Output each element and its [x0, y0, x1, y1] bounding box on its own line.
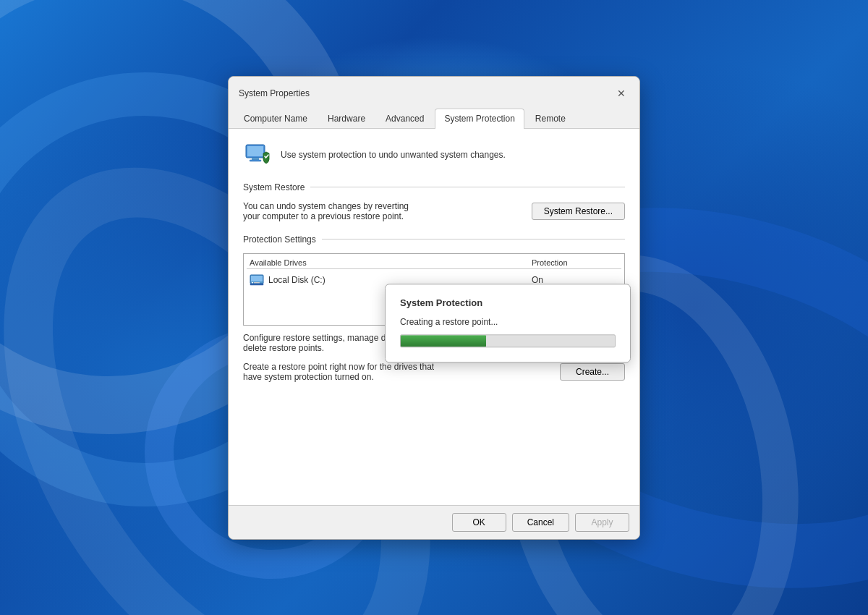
divider-line: [310, 187, 625, 187]
divider-line-2: [322, 239, 625, 239]
dialog-titlebar: System Properties ✕: [229, 77, 639, 109]
progress-dialog: System Protection Creating a restore poi…: [385, 284, 631, 362]
restore-description: You can undo system changes by reverting…: [243, 201, 523, 221]
dialog-title: System Properties: [239, 88, 310, 98]
tab-advanced[interactable]: Advanced: [376, 109, 433, 128]
svg-rect-1: [247, 146, 263, 156]
drive-icon: [250, 274, 264, 286]
restore-row: You can undo system changes by reverting…: [243, 201, 625, 221]
progress-bar-fill: [401, 335, 486, 347]
header-description: Use system protection to undo unwanted s…: [281, 150, 506, 160]
dialog-footer: OK Cancel Apply: [229, 505, 639, 539]
tab-remote[interactable]: Remote: [526, 109, 575, 128]
protection-settings-label: Protection Settings: [243, 234, 316, 245]
progress-bar-container: [400, 334, 616, 347]
system-protection-icon: [243, 140, 272, 169]
system-restore-button[interactable]: System Restore...: [532, 203, 625, 220]
cancel-button[interactable]: Cancel: [512, 513, 569, 532]
create-button[interactable]: Create...: [560, 363, 625, 381]
svg-rect-2: [252, 158, 259, 160]
column-headers: Available Drives Protection: [247, 257, 621, 269]
tab-computer-name[interactable]: Computer Name: [234, 109, 317, 128]
svg-rect-8: [250, 284, 263, 285]
svg-rect-5: [251, 276, 263, 281]
tab-bar: Computer Name Hardware Advanced System P…: [229, 109, 639, 129]
header-section: Use system protection to undo unwanted s…: [243, 140, 625, 169]
col-header-available: Available Drives: [250, 258, 532, 267]
apply-button[interactable]: Apply: [575, 513, 629, 532]
svg-rect-6: [252, 282, 253, 284]
system-restore-label: System Restore: [243, 182, 305, 192]
create-description: Create a restore point right now for the…: [243, 362, 551, 382]
svg-rect-7: [254, 282, 260, 284]
progress-dialog-title: System Protection: [400, 297, 616, 308]
dialog-overlay: System Properties ✕ Computer Name Hardwa…: [0, 0, 868, 615]
protection-settings-divider: Protection Settings: [243, 234, 625, 245]
close-button[interactable]: ✕: [612, 84, 631, 103]
system-properties-dialog: System Properties ✕ Computer Name Hardwa…: [228, 76, 640, 540]
system-restore-section: System Restore You can undo system chang…: [243, 182, 625, 221]
progress-dialog-message: Creating a restore point...: [400, 317, 616, 327]
ok-button[interactable]: OK: [452, 513, 506, 532]
tab-system-protection[interactable]: System Protection: [435, 109, 524, 129]
col-header-protection: Protection: [532, 258, 618, 267]
svg-rect-3: [250, 160, 261, 161]
system-restore-divider: System Restore: [243, 182, 625, 192]
create-row: Create a restore point right now for the…: [243, 362, 625, 382]
tab-hardware[interactable]: Hardware: [318, 109, 375, 128]
